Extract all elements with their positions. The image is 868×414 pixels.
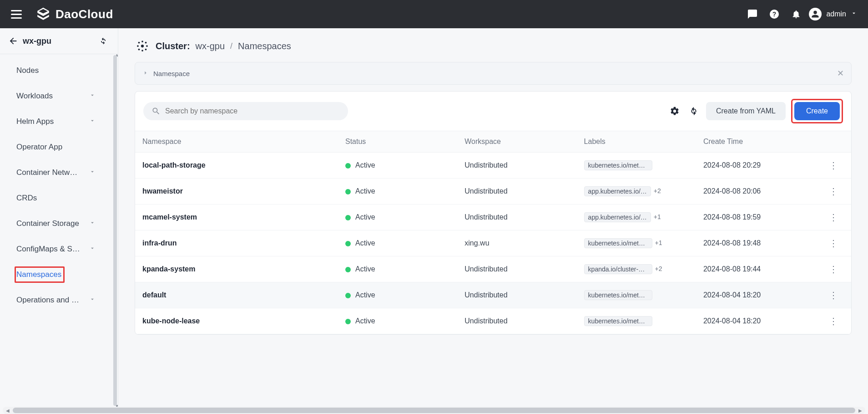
table-row[interactable]: local-path-storageActiveUndistributedkub… — [135, 153, 851, 179]
col-status: Status — [338, 131, 457, 153]
user-name: admin — [826, 10, 846, 18]
create-time-cell: 2024-08-04 18:20 — [696, 282, 815, 308]
row-actions-icon[interactable]: ⋮ — [815, 179, 851, 204]
refresh-icon[interactable] — [687, 104, 701, 118]
status-text: Active — [355, 213, 375, 221]
sidebar-item-namespaces[interactable]: Namespaces — [0, 262, 106, 287]
chevron-down-icon — [89, 168, 96, 177]
scroll-left-icon[interactable]: ◀ — [4, 407, 12, 414]
settings-icon[interactable] — [668, 104, 681, 118]
label-chip[interactable]: app.kubernetes.io/… — [584, 212, 651, 222]
workspace-cell: Undistributed — [457, 179, 576, 204]
svg-text:?: ? — [772, 10, 777, 18]
sync-icon[interactable] — [97, 36, 110, 46]
user-menu[interactable]: admin — [809, 8, 857, 20]
close-icon[interactable]: ✕ — [837, 68, 844, 78]
status-dot-icon — [345, 319, 351, 324]
help-icon[interactable]: ? — [765, 5, 783, 23]
sidebar-item-label: Operator App — [16, 143, 62, 152]
label-more-count[interactable]: +1 — [655, 239, 662, 246]
messages-icon[interactable] — [743, 5, 762, 23]
status-dot-icon — [345, 241, 351, 246]
namespace-name[interactable]: local-path-storage — [142, 161, 206, 169]
create-from-yaml-button[interactable]: Create from YAML — [706, 102, 786, 120]
row-actions-icon[interactable]: ⋮ — [815, 282, 851, 308]
namespace-name[interactable]: infra-drun — [142, 239, 177, 247]
status-dot-icon — [345, 215, 351, 220]
main-content: Cluster: wx-gpu / Namespaces Namespace ✕ — [118, 28, 868, 407]
brand[interactable]: DaoCloud — [35, 6, 113, 22]
svg-point-6 — [145, 49, 147, 51]
namespace-name[interactable]: mcamel-system — [142, 213, 197, 221]
sidebar-item-configmaps-s-[interactable]: ConfigMaps & S… — [0, 236, 106, 262]
sidebar-item-helm-apps[interactable]: Helm Apps — [0, 109, 106, 134]
sidebar-item-operator-app[interactable]: Operator App — [0, 134, 106, 160]
label-more-count[interactable]: +2 — [655, 265, 662, 272]
horizontal-scrollbar[interactable]: ◀ ▶ — [3, 407, 865, 414]
row-actions-icon[interactable]: ⋮ — [815, 308, 851, 334]
namespace-name[interactable]: kube-node-lease — [142, 317, 200, 325]
table-row[interactable]: hwameistorActiveUndistributedapp.kuberne… — [135, 179, 851, 204]
label-chip[interactable]: kubernetes.io/meta… — [584, 238, 652, 248]
workspace-cell: Undistributed — [457, 308, 576, 334]
chevron-down-icon — [89, 92, 96, 101]
breadcrumb-cluster[interactable]: wx-gpu — [196, 41, 225, 51]
label-chip[interactable]: kubernetes.io/metadat… — [584, 290, 652, 300]
cluster-selector: wx-gpu — [0, 28, 118, 54]
sidebar-item-workloads[interactable]: Workloads — [0, 83, 106, 109]
table-row[interactable]: infra-drunActivexing.wukubernetes.io/met… — [135, 230, 851, 256]
brand-name: DaoCloud — [56, 7, 113, 21]
sidebar-item-container-netw-[interactable]: Container Netw… — [0, 160, 106, 185]
avatar-icon — [809, 8, 822, 20]
chevron-down-icon — [89, 219, 96, 228]
sidebar-item-crds[interactable]: CRDs — [0, 185, 106, 211]
search-input[interactable] — [165, 107, 340, 115]
sidebar-item-container-storage[interactable]: Container Storage — [0, 211, 106, 236]
chevron-down-icon — [89, 245, 96, 254]
table-row[interactable]: kube-node-leaseActiveUndistributedkubern… — [135, 308, 851, 334]
scroll-down-icon[interactable]: ▼ — [115, 404, 118, 407]
namespace-name[interactable]: hwameistor — [142, 187, 183, 195]
label-chip[interactable]: kubernetes.io/metadat… — [584, 160, 652, 170]
table-row[interactable]: defaultActiveUndistributedkubernetes.io/… — [135, 282, 851, 308]
notifications-icon[interactable] — [787, 5, 805, 23]
create-time-cell: 2024-08-08 20:06 — [696, 179, 815, 204]
row-actions-icon[interactable]: ⋮ — [815, 230, 851, 256]
sidebar-item-nodes[interactable]: Nodes — [0, 58, 106, 83]
create-time-cell: 2024-08-08 19:44 — [696, 256, 815, 282]
create-time-cell: 2024-08-08 19:59 — [696, 204, 815, 230]
chevron-right-icon[interactable] — [142, 70, 149, 77]
svg-point-2 — [141, 45, 144, 47]
col-create-time: Create Time — [696, 131, 815, 153]
row-actions-icon[interactable]: ⋮ — [815, 204, 851, 230]
scrollbar-thumb[interactable] — [13, 408, 855, 413]
table-row[interactable]: mcamel-systemActiveUndistributedapp.kube… — [135, 204, 851, 230]
row-actions-icon[interactable]: ⋮ — [815, 256, 851, 282]
search-box[interactable] — [143, 102, 348, 120]
status-dot-icon — [345, 293, 351, 298]
create-button[interactable]: Create — [794, 102, 840, 120]
label-more-count[interactable]: +1 — [654, 213, 661, 220]
chevron-down-icon — [89, 296, 96, 305]
namespace-name[interactable]: kpanda-system — [142, 265, 196, 273]
create-button-highlight: Create — [791, 99, 843, 123]
namespace-name[interactable]: default — [142, 291, 166, 299]
cluster-icon — [135, 38, 150, 54]
table-row[interactable]: kpanda-systemActiveUndistributedkpanda.i… — [135, 256, 851, 282]
scroll-up-icon[interactable]: ▲ — [115, 54, 118, 57]
label-chip[interactable]: app.kubernetes.io/… — [584, 186, 651, 196]
status-text: Active — [355, 317, 375, 325]
sidebar-item-operations-and-[interactable]: Operations and … — [0, 287, 106, 313]
scroll-right-icon[interactable]: ▶ — [856, 407, 864, 414]
back-icon[interactable] — [8, 36, 21, 46]
row-actions-icon[interactable]: ⋮ — [815, 153, 851, 179]
svg-point-3 — [138, 42, 140, 44]
sidebar: wx-gpu ▲ NodesWorkloadsHelm AppsOperator… — [0, 28, 118, 407]
sidebar-item-label: Nodes — [16, 66, 39, 75]
menu-toggle-icon[interactable] — [11, 10, 22, 18]
label-chip[interactable]: kubernetes.io/metadat… — [584, 316, 652, 326]
label-chip[interactable]: kpanda.io/cluster-n… — [584, 264, 652, 274]
label-more-count[interactable]: +2 — [654, 187, 661, 194]
sidebar-item-label: Container Netw… — [16, 168, 77, 177]
workspace-cell: Undistributed — [457, 153, 576, 179]
